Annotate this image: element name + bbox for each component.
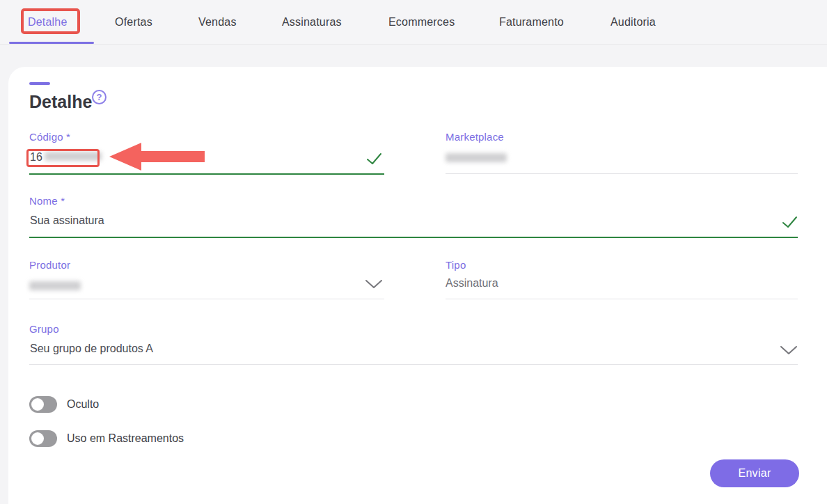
tipo-underline (446, 299, 798, 299)
tab-detalhe[interactable]: Detalhe (28, 0, 68, 44)
nome-valid-check-icon (782, 216, 798, 229)
codigo-valid-check-icon (366, 152, 382, 166)
codigo-value-visible: 16 (30, 151, 42, 163)
page: Detalhe Ofertas Vendas Assinaturas Ecomm… (0, 0, 827, 504)
tab-bar: Detalhe Ofertas Vendas Assinaturas Ecomm… (0, 0, 827, 45)
enviar-button[interactable]: Enviar (710, 459, 799, 487)
produtor-label: Produtor (29, 259, 70, 271)
grupo-label: Grupo (29, 323, 59, 335)
tab-assinaturas[interactable]: Assinaturas (282, 0, 342, 44)
nome-label: Nome * (29, 195, 65, 207)
tab-ecommerces[interactable]: Ecommerces (388, 0, 455, 44)
tab-ofertas[interactable]: Ofertas (115, 0, 152, 44)
codigo-input[interactable]: 16 (30, 151, 102, 164)
detail-form-card: Detalhe ? Código * 16 Marketplace Nome *… (8, 67, 827, 504)
codigo-underline (29, 173, 384, 175)
tab-faturamento[interactable]: Faturamento (499, 0, 564, 44)
produtor-redacted-value (29, 281, 81, 290)
nome-underline (29, 237, 798, 238)
tipo-value: Assinatura (446, 277, 498, 290)
marketplace-underline (446, 173, 798, 174)
nome-input[interactable]: Sua assinatura (30, 214, 104, 227)
help-icon[interactable]: ? (92, 90, 107, 104)
codigo-redacted-value (45, 152, 102, 161)
tipo-label: Tipo (446, 259, 466, 271)
tab-vendas[interactable]: Vendas (198, 0, 237, 44)
marketplace-label: Marketplace (446, 131, 504, 143)
section-accent-dash (29, 82, 50, 85)
uso-em-rastreamentos-toggle[interactable] (29, 430, 57, 447)
marketplace-redacted-value (446, 153, 507, 162)
uso-em-rastreamentos-toggle-knob (31, 432, 44, 445)
grupo-select[interactable]: Seu grupo de produtos A (30, 342, 153, 355)
grupo-chevron-down-icon[interactable] (780, 345, 798, 356)
active-tab-indicator (9, 42, 94, 44)
grupo-underline (29, 364, 798, 365)
produtor-chevron-down-icon[interactable] (365, 279, 383, 290)
oculto-toggle-knob (31, 398, 44, 411)
annotation-arrow-left-icon (109, 143, 207, 171)
oculto-toggle[interactable] (29, 396, 57, 413)
uso-em-rastreamentos-toggle-label: Uso em Rastreamentos (67, 432, 184, 445)
oculto-toggle-label: Oculto (67, 398, 99, 411)
page-title: Detalhe (29, 92, 92, 112)
produtor-underline (29, 299, 384, 299)
codigo-label: Código * (29, 131, 70, 143)
tab-auditoria[interactable]: Auditoria (611, 0, 656, 44)
